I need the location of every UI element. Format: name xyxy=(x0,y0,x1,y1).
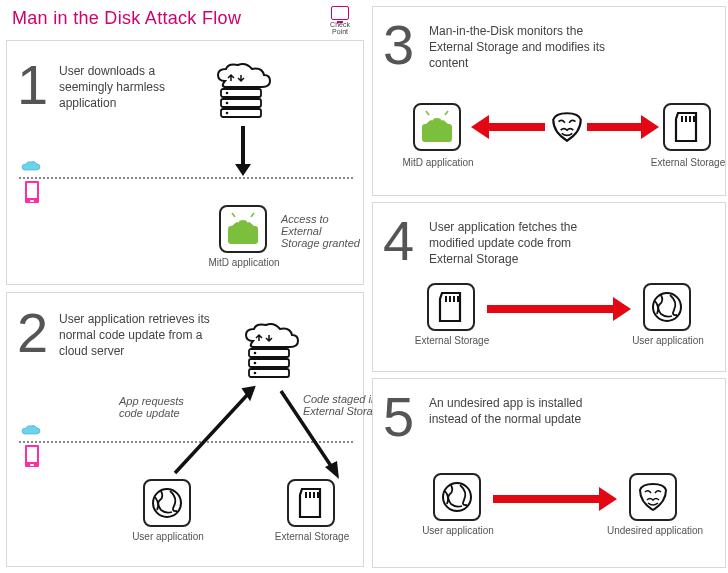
user-app-label: User application xyxy=(415,525,501,536)
access-granted-label: Access to External Storage granted xyxy=(281,213,361,249)
external-storage-icon xyxy=(427,283,475,331)
external-storage-icon xyxy=(287,479,335,527)
user-app-label: User application xyxy=(125,531,211,542)
undesired-app-icon xyxy=(629,473,677,521)
mitd-app-label: MitD application xyxy=(205,257,283,268)
download-arrow-icon xyxy=(233,126,253,180)
mask-icon xyxy=(549,109,585,145)
cloud-server-icon xyxy=(235,321,305,381)
monitor-modify-arrow xyxy=(471,115,661,139)
step-number-1: 1 xyxy=(17,57,48,113)
step-number-3: 3 xyxy=(383,17,414,73)
mini-cloud-icon xyxy=(21,423,41,435)
panel-step-5: 5 An undesired app is installed instead … xyxy=(372,378,726,568)
checkpoint-icon xyxy=(331,6,349,20)
mini-phone-icon xyxy=(25,181,39,203)
mini-phone-icon xyxy=(25,445,39,467)
boundary-line xyxy=(19,177,353,179)
step-text-2: User application retrieves its normal co… xyxy=(59,311,219,360)
panel-step-2: 2 User application retrieves its normal … xyxy=(6,292,364,567)
step-text-4: User application fetches the modified up… xyxy=(429,219,609,268)
external-storage-icon xyxy=(663,103,711,151)
fetch-arrow xyxy=(487,297,637,321)
panel-step-1: 1 User downloads a seemingly harmless ap… xyxy=(6,40,364,285)
app-requests-label: App requests code update xyxy=(119,395,199,419)
brand-logo: Check Point xyxy=(322,6,358,34)
step-text-1: User downloads a seemingly harmless appl… xyxy=(59,63,199,112)
mitd-app-icon xyxy=(219,205,267,253)
mini-cloud-icon xyxy=(21,159,41,171)
step-number-5: 5 xyxy=(383,389,414,445)
mitd-app-icon xyxy=(413,103,461,151)
step-number-4: 4 xyxy=(383,213,414,269)
external-storage-label: External Storage xyxy=(409,335,495,346)
step-text-5: An undesired app is installed instead of… xyxy=(429,395,599,427)
diagram-title: Man in the Disk Attack Flow xyxy=(12,8,241,29)
user-app-icon xyxy=(643,283,691,331)
mitd-app-label: MitD application xyxy=(393,157,483,168)
step-text-3: Man-in-the-Disk monitors the External St… xyxy=(429,23,609,72)
user-app-icon xyxy=(433,473,481,521)
panel-step-3: 3 Man-in-the-Disk monitors the External … xyxy=(372,6,726,196)
brand-label: Check Point xyxy=(330,21,350,35)
user-app-label: User application xyxy=(625,335,711,346)
undesired-app-label: Undesired application xyxy=(605,525,705,536)
external-storage-label: External Storage xyxy=(269,531,355,542)
user-app-icon xyxy=(143,479,191,527)
cloud-server-icon xyxy=(207,61,277,121)
step-number-2: 2 xyxy=(17,305,48,361)
panel-step-4: 4 User application fetches the modified … xyxy=(372,202,726,372)
install-arrow xyxy=(493,487,623,511)
external-storage-label: External Storage xyxy=(645,157,728,168)
